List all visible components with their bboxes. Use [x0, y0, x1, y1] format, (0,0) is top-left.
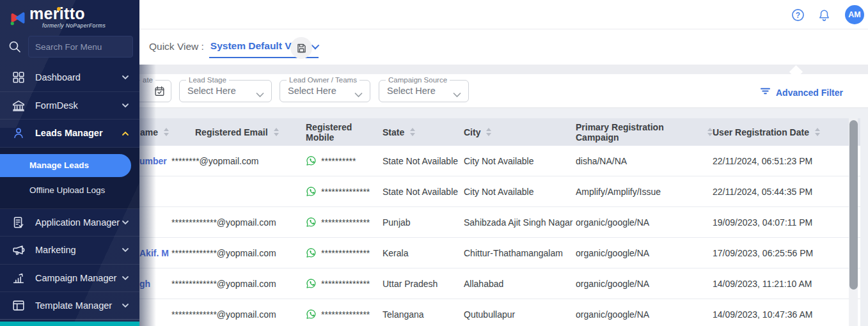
- whatsapp-icon[interactable]: [306, 217, 317, 228]
- sidebar-subitem-manage-leads[interactable]: Manage Leads: [0, 154, 131, 177]
- help-icon[interactable]: ?: [789, 6, 807, 24]
- whatsapp-icon[interactable]: [306, 155, 317, 166]
- cell-state: State Not Available: [383, 187, 464, 197]
- column-header-ame[interactable]: ame: [139, 118, 171, 146]
- campaign-value: Amplify/Amplify/Issue: [576, 187, 661, 197]
- cell-registered-mobile: **************: [304, 186, 383, 197]
- lead-name-link[interactable]: Akif. M: [139, 248, 169, 258]
- city-value: Qutubullapur: [464, 309, 515, 320]
- column-header-user-registration-date[interactable]: User Registration Date: [713, 118, 860, 146]
- whatsapp-icon[interactable]: [306, 278, 317, 289]
- application-icon: [12, 215, 26, 229]
- column-header-registered-mobile[interactable]: Registered Mobile: [304, 118, 383, 146]
- city-value: City Not Available: [464, 187, 533, 197]
- state-value: Telangana: [383, 309, 424, 320]
- save-view-button[interactable]: [290, 37, 312, 59]
- svg-text:?: ?: [795, 10, 800, 19]
- filter-lead-stage[interactable]: Lead Stage Select Here: [179, 80, 272, 102]
- column-label: ame: [140, 127, 158, 137]
- sidebar-search: [0, 33, 139, 60]
- cell-registration-date: 19/09/2023, 04:07:11 PM: [713, 217, 860, 228]
- cell-campaign: disha/NA/NA: [576, 156, 713, 166]
- table-row: Akif. M*************@yopmail.com********…: [139, 238, 860, 268]
- mobile-value: **********: [321, 156, 356, 166]
- campaign-value: organic/google/NA: [576, 217, 649, 228]
- column-header-primary-registration-campaign[interactable]: Primary Registration Campaign: [576, 118, 713, 146]
- state-value: State Not Available: [383, 187, 458, 197]
- state-value: Uttar Pradesh: [383, 279, 438, 289]
- filter-label: Campaign Source: [386, 76, 450, 84]
- sidebar-item-label: Campaign Manager: [35, 273, 116, 283]
- chevron-down-icon: [122, 272, 129, 284]
- sidebar-item-label: Marketing: [35, 245, 76, 255]
- sidebar-item-template-manager[interactable]: Template Manager: [0, 292, 139, 320]
- whatsapp-icon[interactable]: [306, 247, 317, 258]
- sort-arrows-icon[interactable]: [486, 128, 491, 136]
- column-header-state[interactable]: State: [383, 118, 464, 146]
- content-area: ? AM Quick View : System Default View: [139, 0, 868, 326]
- sidebar-item-dashboard[interactable]: Dashboard: [0, 64, 139, 92]
- sidebar-item-formdesk[interactable]: FormDesk: [0, 92, 139, 120]
- filter-value: Select Here: [187, 86, 236, 96]
- sidebar-item-application-manager[interactable]: Application Manager: [0, 209, 139, 237]
- sort-arrows-icon[interactable]: [164, 128, 169, 136]
- filter-lead-owner-teams[interactable]: Lead Owner / Teams Select Here: [280, 80, 370, 102]
- sidebar-item-leads-manager[interactable]: Leads Manager: [0, 120, 139, 148]
- sort-arrows-icon[interactable]: [274, 128, 279, 136]
- search-icon: [7, 39, 22, 57]
- chevron-down-icon: [453, 89, 461, 100]
- cell-registered-email: *************@yopmail.com: [171, 279, 304, 289]
- cell-city: Chittur-Thathamangalam: [464, 248, 576, 258]
- column-label: Registered Mobile: [306, 122, 383, 143]
- cell-campaign: Amplify/Amplify/Issue: [576, 187, 713, 197]
- sort-arrows-icon[interactable]: [410, 128, 415, 136]
- sidebar-item-campaign-manager[interactable]: Campaign Manager: [0, 265, 139, 293]
- advanced-filter-label: Advanced Filter: [776, 88, 843, 98]
- lead-name-link[interactable]: umber: [139, 156, 167, 166]
- column-label: Primary Registration Campaign: [576, 122, 702, 143]
- cell-registration-date: 22/11/2024, 05:44:35 PM: [713, 187, 860, 197]
- email-value: ********@yopmail.com: [171, 156, 258, 166]
- column-header-city[interactable]: City: [464, 118, 576, 146]
- column-header-registered-email[interactable]: Registered Email: [171, 118, 304, 146]
- brand-tagline: formerly NoPaperForms: [42, 22, 106, 29]
- sidebar-subitem-offline-upload-logs[interactable]: Offline Upload Logs: [0, 179, 139, 202]
- whatsapp-icon[interactable]: [306, 309, 317, 320]
- chevron-down-icon: [122, 100, 129, 111]
- sidebar-item-label: Leads Manager: [35, 128, 103, 138]
- chevron-down-icon: [256, 89, 264, 100]
- email-value: *************@yopmail.com: [171, 309, 276, 320]
- column-label: User Registration Date: [713, 127, 809, 137]
- cell-city: City Not Available: [464, 187, 576, 197]
- table-row: gh*************@yopmail.com*************…: [139, 268, 860, 299]
- chevron-up-icon: [122, 127, 129, 139]
- bell-icon[interactable]: [815, 6, 833, 24]
- mobile-value: **************: [321, 309, 370, 320]
- sort-arrows-icon[interactable]: [707, 128, 713, 136]
- cell-registered-mobile: **************: [304, 217, 383, 228]
- date-value: 14/09/2023, 11:21:10 AM: [713, 279, 812, 289]
- cell-registration-date: 14/09/2023, 10:47:36 AM: [713, 309, 860, 320]
- lead-name-link[interactable]: gh: [139, 279, 150, 289]
- cell-campaign: organic/google/NA: [576, 217, 713, 228]
- column-label: State: [383, 127, 404, 137]
- sort-arrows-icon[interactable]: [815, 128, 820, 136]
- date-filter-label: ate: [140, 76, 155, 84]
- filter-campaign-source[interactable]: Campaign Source Select Here: [379, 80, 469, 102]
- whatsapp-icon[interactable]: [306, 186, 317, 197]
- avatar[interactable]: AM: [845, 5, 864, 24]
- filter-panel: ate Lead Stage Select Here Lead Owner / …: [139, 74, 868, 108]
- cell-campaign: organic/google/NA: [576, 309, 713, 320]
- topbar: ? AM: [139, 0, 868, 29]
- table-header-row: ameRegistered EmailRegistered MobileStat…: [139, 118, 860, 146]
- table-scrollbar[interactable]: [849, 120, 858, 290]
- column-label: Registered Email: [195, 127, 268, 137]
- advanced-filter-button[interactable]: Advanced Filter: [760, 86, 843, 98]
- sidebar-item-marketing[interactable]: Marketing: [0, 237, 139, 265]
- filter-value: Select Here: [288, 86, 336, 96]
- formdesk-icon: [12, 98, 26, 113]
- search-menu-input[interactable]: [28, 36, 133, 58]
- cell-registered-mobile: **********: [304, 155, 383, 166]
- campaign-icon: [12, 271, 26, 285]
- sidebar-item-label: FormDesk: [35, 100, 78, 111]
